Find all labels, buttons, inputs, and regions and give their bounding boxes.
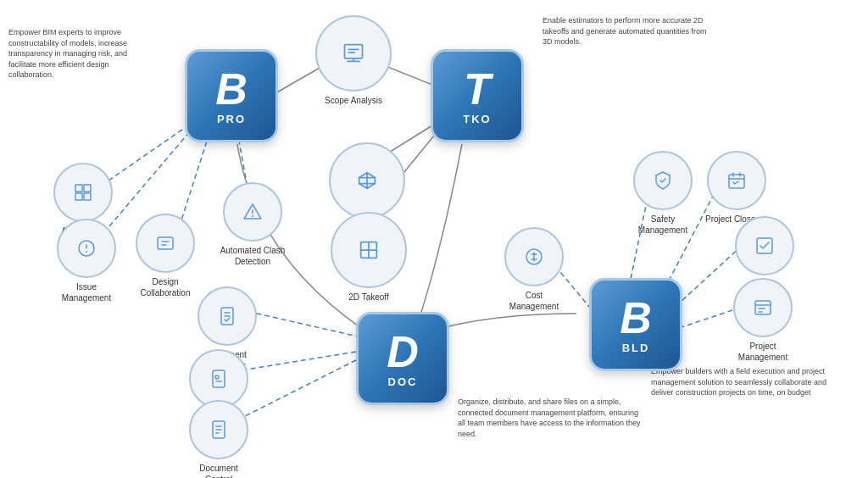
takeoff-3d-circle bbox=[329, 142, 405, 219]
aggregated-model-circle bbox=[53, 163, 113, 222]
safety-management-circle bbox=[633, 151, 693, 210]
canvas: Empower BIM experts to improve construct… bbox=[0, 0, 868, 478]
tko-icon: T TKO bbox=[431, 49, 524, 142]
automated-clash-label: Automated Clash Detection bbox=[219, 245, 287, 267]
svg-rect-44 bbox=[213, 370, 225, 387]
svg-rect-23 bbox=[158, 237, 173, 249]
svg-rect-19 bbox=[84, 193, 91, 200]
issue-management-circle bbox=[57, 219, 116, 278]
issue-management-label: Issue Management bbox=[53, 281, 120, 303]
automated-clash-node[interactable]: Automated Clash Detection bbox=[219, 182, 287, 267]
takeoff-2d-label: 2D Takeoff bbox=[348, 292, 388, 303]
safety-management-label: Safety Management bbox=[629, 214, 697, 236]
doc-icon: D DOC bbox=[356, 312, 449, 405]
project-management-circle bbox=[733, 278, 793, 337]
svg-rect-55 bbox=[729, 175, 744, 188]
svg-rect-18 bbox=[75, 193, 82, 200]
design-collaboration-node[interactable]: Design Collaboration bbox=[131, 214, 199, 298]
automated-clash-circle bbox=[223, 182, 282, 242]
tko-annotation: Enable estimators to perform more accura… bbox=[542, 15, 712, 47]
design-collaboration-label: Design Collaboration bbox=[131, 276, 199, 298]
tko-product[interactable]: T TKO bbox=[431, 49, 524, 142]
pro-annotation: Empower BIM experts to improve construct… bbox=[8, 27, 144, 81]
svg-line-8 bbox=[250, 312, 369, 339]
project-management-label: Project Management bbox=[729, 341, 797, 363]
cost-management-node[interactable]: Cost Management bbox=[500, 227, 568, 312]
project-management-node[interactable]: Project Management bbox=[729, 278, 797, 363]
svg-point-45 bbox=[215, 375, 219, 379]
cost-management-circle bbox=[504, 227, 564, 286]
svg-point-28 bbox=[252, 215, 253, 217]
project-closeout-circle bbox=[707, 151, 766, 210]
safety-management-node[interactable]: Safety Management bbox=[629, 151, 697, 236]
document-control-circle bbox=[189, 400, 248, 459]
document-approvals-circle bbox=[198, 286, 257, 346]
project-closeout-node[interactable]: Project Closeout bbox=[705, 151, 767, 225]
document-control-label: Document Control bbox=[185, 463, 253, 478]
scope-analysis-circle bbox=[315, 15, 392, 92]
scope-analysis-label: Scope Analysis bbox=[325, 95, 382, 106]
svg-rect-17 bbox=[84, 185, 91, 192]
scope-analysis-node[interactable]: Scope Analysis bbox=[315, 15, 392, 106]
svg-point-22 bbox=[86, 251, 87, 253]
pro-icon: B PRO bbox=[185, 49, 278, 142]
bld-product[interactable]: B BLD bbox=[589, 278, 682, 371]
issue-management-node[interactable]: Issue Management bbox=[53, 219, 120, 303]
cost-management-label: Cost Management bbox=[500, 290, 568, 312]
svg-rect-29 bbox=[345, 45, 363, 58]
svg-rect-16 bbox=[75, 185, 82, 192]
takeoff-2d-node[interactable]: 2D Takeoff bbox=[331, 212, 407, 303]
svg-rect-60 bbox=[755, 301, 771, 314]
takeoff-2d-circle bbox=[331, 212, 407, 288]
pro-product[interactable]: B PRO bbox=[185, 49, 278, 142]
doc-product[interactable]: D DOC bbox=[356, 312, 449, 405]
doc-annotation: Organize, distribute, and share files on… bbox=[458, 397, 644, 439]
document-control-node[interactable]: Document Control bbox=[185, 400, 253, 478]
quality-management-circle bbox=[735, 216, 794, 275]
design-collaboration-circle bbox=[136, 214, 195, 273]
bld-icon: B BLD bbox=[589, 278, 682, 371]
